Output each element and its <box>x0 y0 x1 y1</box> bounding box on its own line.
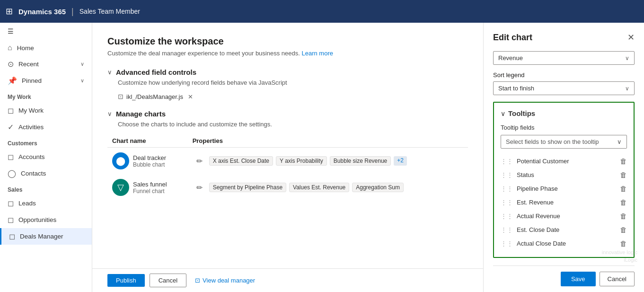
drag-handle-icon[interactable]: ⋮⋮ <box>501 158 513 165</box>
sidebar-activities-label: Activities <box>18 124 44 131</box>
list-item: ⋮⋮ Status 🗑 <box>501 168 627 182</box>
sidebar-item-contacts[interactable]: ◯ Contacts <box>0 165 92 182</box>
sidebar-item-deals-manager[interactable]: ◻ Deals Manager <box>0 228 92 245</box>
prop-tag: Segment by Pipeline Phase <box>209 183 286 192</box>
panel-cancel-button[interactable]: Cancel <box>600 272 635 286</box>
sidebar-home-label: Home <box>17 44 34 52</box>
revenue-select[interactable]: Revenue ∨ <box>493 51 635 65</box>
bottom-bar: Publish Cancel ⊡ View deal manager <box>92 268 483 292</box>
prop-tag: Y axis Probability <box>276 156 327 166</box>
apps-grid-icon[interactable]: ⊞ <box>6 6 13 17</box>
field-label: Status <box>517 171 620 178</box>
file-remove-icon[interactable]: ✕ <box>188 93 193 100</box>
chart-2-edit-icon[interactable]: ✏ <box>193 181 206 194</box>
advanced-chevron-icon: ∨ <box>107 69 112 76</box>
sidebar-item-recent[interactable]: ⊙ Recent ∨ <box>0 56 92 72</box>
sidebar-item-leads[interactable]: ◻ Leads <box>0 195 92 212</box>
sidebar-item-activities[interactable]: ✓ Activities <box>0 119 92 135</box>
opportunities-icon: ◻ <box>8 215 14 224</box>
sidebar-toggle[interactable]: ☰ <box>0 23 92 40</box>
page-title: Customize the workspace <box>107 36 468 47</box>
list-item: ⋮⋮ Pipeline Phase 🗑 <box>501 182 627 195</box>
home-icon: ⌂ <box>8 44 12 52</box>
sidebar-recent-label: Recent <box>18 61 39 68</box>
drag-handle-icon[interactable]: ⋮⋮ <box>501 226 513 233</box>
sidebar-leads-label: Leads <box>18 200 36 207</box>
sidebar-item-pinned[interactable]: 📌 Pinned ∨ <box>0 72 92 89</box>
col-properties: Properties <box>188 134 468 148</box>
prop-tag: Bubble size Revenue <box>330 156 391 166</box>
delete-icon[interactable]: 🗑 <box>620 185 627 193</box>
delete-icon[interactable]: 🗑 <box>620 212 627 220</box>
learn-more-link[interactable]: Learn more <box>301 50 333 57</box>
chart-1-name: Deal tracker <box>133 154 166 161</box>
topbar-separator: | <box>71 7 74 17</box>
prop-tag: X axis Est. Close Date <box>209 156 273 166</box>
panel-save-button[interactable]: Save <box>561 272 596 286</box>
drag-handle-icon[interactable]: ⋮⋮ <box>501 185 513 192</box>
cancel-button[interactable]: Cancel <box>150 274 186 287</box>
sort-legend-label: Sort legend <box>493 71 635 79</box>
drag-handle-icon[interactable]: ⋮⋮ <box>501 212 513 220</box>
drag-handle-icon[interactable]: ⋮⋮ <box>501 240 513 247</box>
tooltip-fields-label: Tooltip fields <box>501 124 627 131</box>
watermark: innovative logiciLogic <box>602 249 637 264</box>
charts-table: Chart name Properties ⬤ Deal tracker Bub… <box>107 134 468 201</box>
topbar: ⊞ Dynamics 365 | Sales Team Member <box>0 0 644 23</box>
chart-1-edit-icon[interactable]: ✏ <box>193 155 206 168</box>
chart-2-props: Segment by Pipeline Phase Values Est. Re… <box>209 183 404 192</box>
my-work-section: My Work <box>0 89 92 102</box>
tooltip-fields-select[interactable]: Select fields to show on the tooltip ∨ <box>501 135 627 149</box>
sidebar-item-accounts[interactable]: ◻ Accounts <box>0 149 92 165</box>
topbar-app-name: Sales Team Member <box>79 8 140 15</box>
sidebar-item-mywork[interactable]: ◻ My Work <box>0 102 92 119</box>
sales-section: Sales <box>0 182 92 195</box>
edit-panel-header: Edit chart ✕ <box>493 32 635 43</box>
sort-legend-select[interactable]: Start to finish ∨ <box>493 81 635 95</box>
list-item: ⋮⋮ Actual Close Date 🗑 <box>501 237 627 250</box>
file-name: ikl_/DealsManager.js <box>126 93 183 100</box>
view-deal-manager-link[interactable]: ⊡ View deal manager <box>195 277 255 284</box>
table-row: ▽ Sales funnel Funnel chart ✏ Segment by… <box>107 174 468 201</box>
accounts-icon: ◻ <box>8 152 14 161</box>
charts-section-header[interactable]: ∨ Manage charts <box>107 110 468 118</box>
sidebar-contacts-label: Contacts <box>21 170 46 177</box>
prop-more-tag: +2 <box>394 156 407 166</box>
chart-name-cell-2: ▽ Sales funnel Funnel chart <box>112 179 183 196</box>
pinned-icon: 📌 <box>8 76 17 85</box>
field-label: Est. Revenue <box>517 199 620 206</box>
sidebar-item-home[interactable]: ⌂ Home <box>0 40 92 56</box>
drag-handle-icon[interactable]: ⋮⋮ <box>501 171 513 178</box>
customers-section: Customers <box>0 135 92 149</box>
chart-1-subtype: Bubble chart <box>133 161 166 168</box>
charts-section-desc: Choose the charts to include and customi… <box>118 121 468 128</box>
publish-button[interactable]: Publish <box>107 274 145 287</box>
delete-icon[interactable]: 🗑 <box>620 198 627 206</box>
sort-legend-chevron-icon: ∨ <box>625 85 629 92</box>
external-link-icon: ⊡ <box>195 277 200 284</box>
chart-2-subtype: Funnel chart <box>133 188 167 195</box>
close-icon[interactable]: ✕ <box>627 32 635 43</box>
tooltips-section-header: ∨ Tooltips <box>501 109 627 117</box>
advanced-section-title: Advanced field controls <box>116 68 196 76</box>
field-label: Est. Close Date <box>517 226 620 233</box>
chart-1-props: X axis Est. Close Date Y axis Probabilit… <box>209 156 407 166</box>
advanced-section-header[interactable]: ∨ Advanced field controls <box>107 68 468 76</box>
delete-icon[interactable]: 🗑 <box>620 226 627 234</box>
delete-icon[interactable]: 🗑 <box>620 171 627 179</box>
page-description: Customize the deal manager experience to… <box>107 50 468 57</box>
sidebar-item-opportunities[interactable]: ◻ Opportunities <box>0 212 92 228</box>
field-label: Actual Close Date <box>517 240 620 247</box>
col-chart-name: Chart name <box>107 134 188 148</box>
drag-handle-icon[interactable]: ⋮⋮ <box>501 199 513 206</box>
tooltip-fields-list: ⋮⋮ Potential Customer 🗑 ⋮⋮ Status 🗑 ⋮⋮ P… <box>501 154 627 250</box>
delete-icon[interactable]: 🗑 <box>620 157 627 165</box>
revenue-chevron-icon: ∨ <box>625 55 629 62</box>
recent-icon: ⊙ <box>8 60 14 69</box>
recent-chevron-icon: ∨ <box>80 61 84 67</box>
chart-name-cell-1: ⬤ Deal tracker Bubble chart <box>112 152 183 169</box>
delete-icon[interactable]: 🗑 <box>620 239 627 248</box>
sidebar-accounts-label: Accounts <box>18 153 45 160</box>
list-item: ⋮⋮ Est. Close Date 🗑 <box>501 223 627 237</box>
tooltips-collapse-icon[interactable]: ∨ <box>501 110 505 117</box>
